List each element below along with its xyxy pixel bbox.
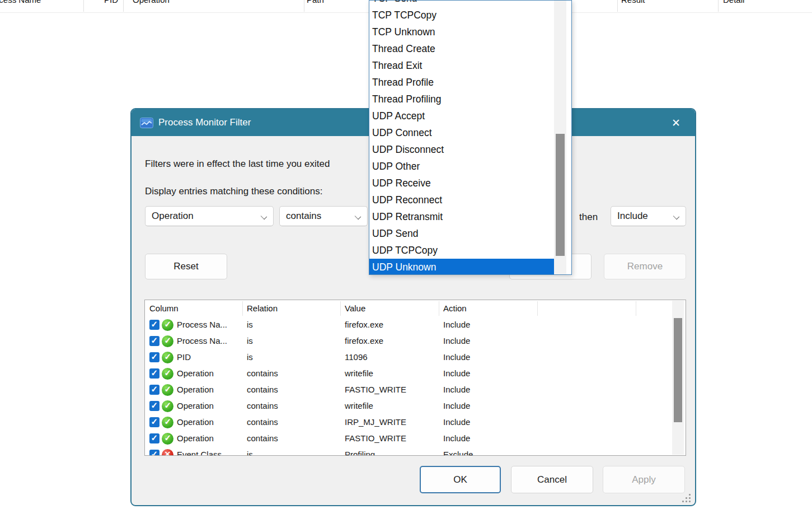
column-header-path[interactable]: Path (307, 0, 324, 4)
filter-row-value: firefox.exe (345, 320, 383, 329)
filter-row-action: Include (443, 433, 470, 443)
table-scrollbar[interactable] (672, 301, 684, 455)
header-column[interactable]: Column (149, 303, 179, 313)
dropdown-option[interactable]: UDP Unknown (369, 259, 554, 275)
filter-row-relation: contains (247, 417, 278, 427)
table-scrollbar-thumb[interactable] (674, 318, 682, 422)
filter-row[interactable]: Operation contains IRP_MJ_WRITE Include (145, 414, 671, 431)
filter-enabled-checkbox[interactable] (149, 385, 159, 395)
filter-row-value: firefox.exe (345, 336, 383, 345)
filter-row-value: FASTIO_WRITE (345, 385, 406, 394)
column-header-detail[interactable]: Detail (723, 0, 744, 4)
ok-button[interactable]: OK (420, 466, 501, 493)
include-icon (162, 352, 173, 363)
filter-enabled-checkbox[interactable] (149, 320, 159, 330)
resize-grip[interactable] (683, 494, 691, 502)
filter-relation-combobox[interactable]: contains (279, 206, 368, 226)
reset-button[interactable]: Reset (145, 254, 227, 279)
filter-row-action: Include (443, 385, 470, 394)
dropdown-option[interactable]: TCP Unknown (369, 24, 554, 40)
filter-row-column: Operation (177, 417, 214, 427)
filter-row-column: Operation (177, 368, 214, 378)
filter-enabled-checkbox[interactable] (149, 417, 159, 427)
filter-column-value: Operation (152, 211, 194, 222)
dropdown-scrollbar[interactable] (554, 1, 566, 274)
dropdown-option[interactable]: UDP Accept (369, 108, 554, 124)
dropdown-option[interactable]: UDP Reconnect (369, 192, 554, 208)
remove-button[interactable]: Remove (604, 254, 686, 279)
dropdown-option[interactable]: UDP Other (369, 158, 554, 175)
dropdown-option[interactable]: UDP Disconnect (369, 141, 554, 158)
filter-row-value: Profiling (345, 450, 375, 456)
filter-enabled-checkbox[interactable] (149, 352, 159, 362)
dropdown-option[interactable]: Thread Exit (369, 57, 554, 74)
dropdown-option[interactable]: TCP TCPCopy (369, 7, 554, 24)
filter-row[interactable]: Operation contains writefile Include (145, 398, 671, 414)
dropdown-option[interactable]: UDP Retransmit (369, 208, 554, 225)
filter-row-relation: contains (247, 433, 278, 443)
include-icon (162, 433, 173, 445)
filter-enabled-checkbox[interactable] (149, 336, 159, 346)
filter-enabled-checkbox[interactable] (149, 368, 159, 379)
filter-row-column: Operation (177, 385, 214, 394)
filter-row-relation: contains (247, 385, 278, 394)
filter-action-combobox[interactable]: Include (611, 206, 686, 226)
filter-table-header: Column Relation Value Action (145, 300, 686, 317)
include-icon (162, 417, 173, 428)
filter-row-column: Process Na... (177, 320, 227, 329)
dropdown-scrollbar-thumb[interactable] (556, 134, 565, 256)
filter-row[interactable]: Process Na... is firefox.exe Include (145, 333, 671, 349)
include-icon (162, 384, 173, 396)
procmon-app-icon (140, 118, 153, 128)
dropdown-option[interactable]: Thread Create (369, 40, 554, 57)
dropdown-option[interactable]: UDP Send (369, 225, 554, 242)
header-value[interactable]: Value (345, 303, 365, 313)
filter-enabled-checkbox[interactable] (149, 450, 159, 456)
filter-row-relation: is (247, 336, 253, 345)
include-icon (162, 319, 173, 331)
column-header-operation[interactable]: Operation (133, 0, 170, 4)
dropdown-option[interactable]: UDP Connect (369, 124, 554, 141)
dropdown-option[interactable]: Thread Profile (369, 74, 554, 91)
column-header-result[interactable]: Result (621, 0, 645, 4)
filter-enabled-checkbox[interactable] (149, 401, 159, 411)
column-header-pid[interactable]: PID (104, 0, 118, 4)
chevron-down-icon (673, 213, 679, 220)
dropdown-option[interactable]: Thread Profiling (369, 91, 554, 108)
dropdown-option[interactable]: UDP Receive (369, 175, 554, 192)
filter-row[interactable]: Process Na... is firefox.exe Include (145, 317, 671, 333)
filter-row-relation: is (247, 450, 253, 456)
dropdown-option[interactable]: TCP Send (369, 0, 554, 7)
filter-column-combobox[interactable]: Operation (145, 206, 274, 226)
filter-row-action: Include (443, 352, 470, 362)
filter-rules-table: Column Relation Value Action Process Na.… (144, 300, 686, 456)
filter-row-relation: is (247, 320, 253, 329)
filter-row[interactable]: Operation contains writefile Include (145, 366, 671, 382)
cancel-button[interactable]: Cancel (511, 466, 593, 493)
dropdown-option[interactable]: UDP TCPCopy (369, 242, 554, 259)
chevron-down-icon (355, 213, 361, 220)
filter-enabled-checkbox[interactable] (149, 433, 159, 443)
close-icon[interactable]: ✕ (665, 114, 687, 132)
dialog-title: Process Monitor Filter (158, 117, 251, 128)
filter-row-relation: contains (247, 401, 278, 410)
filter-row[interactable]: Operation contains FASTIO_WRITE Include (145, 382, 671, 398)
apply-button[interactable]: Apply (603, 466, 685, 493)
column-header-process-name[interactable]: Process Name (0, 0, 41, 4)
header-action[interactable]: Action (443, 303, 467, 313)
filter-row-relation: is (247, 352, 253, 362)
filter-row[interactable]: Operation contains FASTIO_WRITE Include (145, 431, 671, 447)
chevron-down-icon (261, 213, 267, 220)
filter-row[interactable]: Event Class is Profiling Exclude (145, 447, 671, 456)
exclude-icon (162, 449, 173, 456)
then-label: then (579, 212, 598, 223)
operation-value-dropdown-list: TCP Send TCP TCPCopy TCP Unknown Thread … (369, 0, 572, 275)
dropdown-options: TCP Send TCP TCPCopy TCP Unknown Thread … (369, 0, 554, 275)
filter-row-action: Include (443, 336, 470, 345)
include-icon (162, 368, 173, 380)
filter-row-value: IRP_MJ_WRITE (345, 417, 406, 427)
include-icon (162, 335, 173, 347)
header-relation[interactable]: Relation (247, 303, 278, 313)
filter-row-column: PID (177, 352, 191, 362)
filter-row[interactable]: PID is 11096 Include (145, 349, 671, 366)
